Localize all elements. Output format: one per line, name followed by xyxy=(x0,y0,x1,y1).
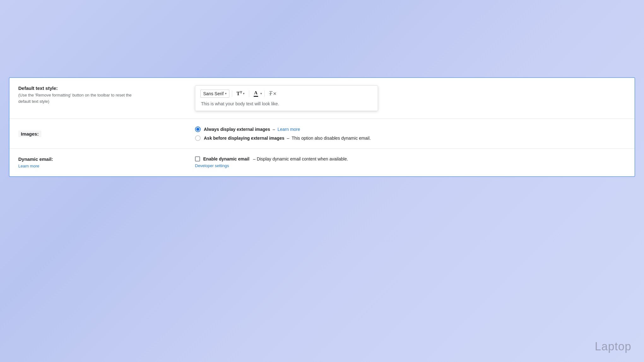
settings-panel: Default text style: (Use the 'Remove for… xyxy=(9,77,635,177)
font-selector-label: Sans Serif xyxy=(203,91,224,96)
enable-dynamic-email-text-rest: – Display dynamic email content when ava… xyxy=(253,156,348,161)
ask-before-text-bold: Ask before displaying external images xyxy=(204,136,284,141)
images-label-col: Images: xyxy=(18,131,195,137)
default-text-style-label-col: Default text style: (Use the 'Remove for… xyxy=(18,85,195,104)
ask-before-additional-text: This option also disables dynamic email. xyxy=(292,136,371,141)
clear-format-x: ✕ xyxy=(273,91,277,96)
ask-before-text: Ask before displaying external images – … xyxy=(204,136,371,141)
always-display-learn-more-link[interactable]: Learn more xyxy=(277,127,300,132)
enable-dynamic-email-wrapper: Enable dynamic email – Display dynamic e… xyxy=(195,156,626,161)
dynamic-email-learn-more-link[interactable]: Learn more xyxy=(18,164,39,168)
default-text-style-title: Default text style: xyxy=(18,85,195,91)
ask-before-radio[interactable] xyxy=(195,135,201,141)
font-color-chevron[interactable]: ▾ xyxy=(260,92,262,95)
always-display-option: Always display external images – Learn m… xyxy=(195,126,626,132)
enable-dynamic-email-text-bold: Enable dynamic email xyxy=(203,156,249,161)
toolbar-divider-3 xyxy=(264,90,265,97)
always-display-text: Always display external images – Learn m… xyxy=(204,127,300,132)
default-text-style-control-col: Sans Serif ▾ TT ▾ A xyxy=(195,85,626,111)
enable-dynamic-email-checkbox[interactable] xyxy=(195,156,200,161)
toolbar-divider-2 xyxy=(249,90,249,97)
images-control-col: Always display external images – Learn m… xyxy=(195,126,626,141)
ask-before-option: Ask before displaying external images – … xyxy=(195,135,626,141)
font-size-label: TT xyxy=(237,90,242,96)
toolbar-controls: Sans Serif ▾ TT ▾ A xyxy=(200,89,373,98)
always-display-radio[interactable] xyxy=(195,126,201,132)
font-color-button[interactable]: A xyxy=(252,89,260,98)
always-display-text-bold: Always display external images xyxy=(204,127,270,132)
dynamic-email-row: Dynamic email: Learn more Enable dynamic… xyxy=(9,149,635,176)
font-selector[interactable]: Sans Serif ▾ xyxy=(200,90,229,98)
dynamic-email-label-col: Dynamic email: Learn more xyxy=(18,156,195,169)
toolbar-preview-text: This is what your body text will look li… xyxy=(200,101,373,106)
watermark: Laptop xyxy=(595,340,631,353)
toolbar-divider-1 xyxy=(232,90,232,97)
font-color-wrapper: A ▾ xyxy=(252,89,262,98)
font-size-button[interactable]: TT ▾ xyxy=(235,89,246,98)
clear-format-icon: T xyxy=(269,90,272,97)
default-text-style-row: Default text style: (Use the 'Remove for… xyxy=(9,78,635,119)
font-size-chevron: ▾ xyxy=(243,92,245,95)
clear-format-button[interactable]: T ✕ xyxy=(267,89,279,98)
text-style-toolbar: Sans Serif ▾ TT ▾ A xyxy=(195,85,378,111)
developer-settings-link[interactable]: Developer settings xyxy=(195,163,626,168)
images-row: Images: Always display external images –… xyxy=(9,119,635,149)
enable-dynamic-email-text: Enable dynamic email – Display dynamic e… xyxy=(203,156,348,161)
default-text-style-desc: (Use the 'Remove formatting' button on t… xyxy=(18,92,195,104)
dynamic-email-label: Dynamic email: xyxy=(18,156,195,162)
dynamic-email-control-col: Enable dynamic email – Display dynamic e… xyxy=(195,156,626,168)
images-label: Images: xyxy=(18,131,41,137)
font-selector-chevron: ▾ xyxy=(225,92,227,95)
font-color-letter: A xyxy=(254,90,257,96)
font-color-bar xyxy=(254,96,258,97)
